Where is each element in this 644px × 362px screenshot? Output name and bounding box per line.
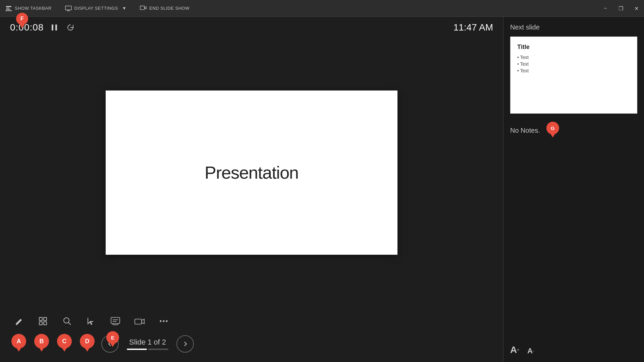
minimize-button[interactable]: − [598,0,613,17]
pen-tool-button[interactable] [10,312,28,330]
next-slide-preview-title: Title [517,44,630,51]
svg-line-21 [88,318,93,321]
next-slide-bullet-2: • Text [517,61,630,67]
pointer-tool-button[interactable] [83,312,100,330]
next-slide-preview: Title • Text • Text • Text [510,37,637,114]
slide-display-container: Presentation [0,38,503,307]
decrease-font-button[interactable]: A - [527,347,534,355]
presenter-area: 0:00:08 11:47 AM Present [0,17,503,362]
svg-rect-0 [6,6,11,7]
next-slide-label: Next slide [510,23,637,31]
decrease-font-superscript: - [533,349,534,353]
svg-line-9 [145,8,146,9]
window-controls: − ❐ ✕ [598,0,644,17]
grid-tool-button[interactable] [34,312,52,330]
user-avatar-g[interactable]: G [545,122,560,139]
camera-tool-button[interactable] [131,312,148,330]
taskbar-icon [5,5,12,12]
right-panel-inner: Next slide Title • Text • Text • Text No… [510,23,637,355]
slide-display: Presentation [106,90,397,255]
pin-circle-c: C [57,334,72,349]
back-nav-container: E [101,334,119,354]
pin-tail-b [39,348,44,352]
end-slideshow-icon [140,5,147,12]
svg-point-19 [64,318,69,323]
end-slideshow-button[interactable]: END SLIDE SHOW [140,5,190,12]
pause-button[interactable] [49,22,60,33]
progress-segment-2 [148,349,168,350]
svg-point-30 [163,320,165,322]
next-slide-bullet-3: • Text [517,68,630,73]
increase-font-label: A [510,345,517,355]
progress-segment-1 [127,349,147,350]
no-notes-label: No Notes. [510,127,540,134]
no-notes-section: No Notes. G [510,122,637,139]
pin-circle-b: B [34,334,49,349]
color-pin-b[interactable]: B [33,334,50,354]
more-tools-button[interactable] [155,312,172,330]
color-pin-c[interactable]: C [56,334,73,354]
clock-display: 11:47 AM [453,22,493,33]
svg-rect-16 [44,317,47,320]
font-size-controls: A + A - [510,345,534,355]
color-pin-e[interactable]: E [105,331,120,349]
timer-bar: 0:00:08 11:47 AM [0,17,503,38]
avatar-circle-f: F [16,13,28,25]
svg-rect-17 [39,322,42,325]
display-settings-button[interactable]: DISPLAY SETTINGS ▼ [65,5,127,12]
increase-font-button[interactable]: A + [510,345,519,355]
avatar-circle-g: G [546,122,559,134]
pin-tail-a [16,348,21,352]
bottom-toolbar: A B C D [0,307,503,362]
title-bar: SHOW TASKBAR DISPLAY SETTINGS ▼ END SLID… [0,0,644,17]
svg-rect-7 [140,6,145,9]
decrease-font-label: A [527,347,533,355]
svg-rect-28 [135,319,142,324]
svg-rect-3 [5,10,12,11]
svg-line-8 [145,6,146,7]
pin-circle-e: E [106,331,119,344]
pin-circle-d: D [80,334,95,349]
display-icon [65,5,72,12]
next-slide-button[interactable] [176,335,194,353]
svg-line-23 [112,324,114,325]
svg-point-29 [160,320,162,322]
svg-line-25 [117,324,118,325]
show-taskbar-button[interactable]: SHOW TASKBAR [5,5,52,12]
nav-row: A B C D [10,334,493,354]
avatar-pin-tail-g [550,134,555,137]
slide-counter: Slide 1 of 2 [124,338,171,347]
svg-point-31 [166,320,168,322]
slide-progress-bar [127,349,168,350]
svg-rect-13 [55,24,57,31]
pin-tail-e [110,343,115,347]
display-settings-chevron: ▼ [122,6,126,11]
pin-tail-c [62,348,67,352]
svg-line-20 [68,322,71,325]
reset-timer-button[interactable] [65,22,76,33]
slide-title: Presentation [205,163,299,183]
close-button[interactable]: ✕ [629,0,644,17]
svg-rect-22 [111,317,120,323]
svg-rect-4 [65,6,71,10]
next-slide-bullet-1: • Text [517,55,630,60]
svg-rect-12 [52,24,53,31]
color-pin-a[interactable]: A [10,334,28,354]
svg-rect-2 [6,9,10,10]
svg-rect-15 [39,317,42,320]
right-panel: Next slide Title • Text • Text • Text No… [503,17,644,362]
subtitles-tool-button[interactable] [107,312,124,330]
user-avatar-f[interactable]: F [15,13,29,29]
magnify-tool-button[interactable] [58,312,76,330]
svg-rect-1 [6,8,9,8]
increase-font-superscript: + [517,348,519,352]
pin-circle-a: A [11,334,26,349]
svg-rect-18 [44,322,47,325]
tool-row [10,312,493,330]
pin-tail-d [85,348,90,352]
main-content: 0:00:08 11:47 AM Present [0,17,644,362]
color-pin-d[interactable]: D [78,334,96,354]
maximize-button[interactable]: ❐ [613,0,629,17]
slide-counter-group: Slide 1 of 2 [124,338,171,350]
